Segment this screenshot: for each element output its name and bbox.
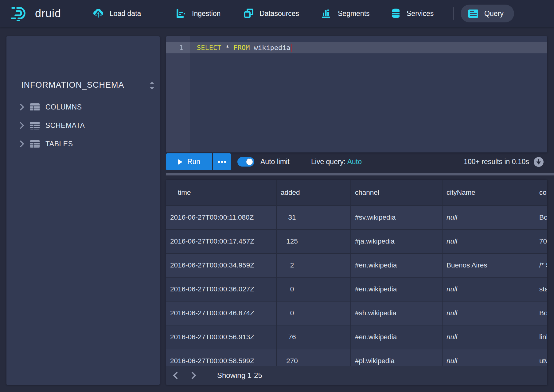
druid-console: druid Load data <box>0 0 554 392</box>
run-button-label: Run <box>187 158 200 166</box>
table-cell: 2016-06-27T00:00:56.913Z <box>166 325 276 349</box>
table-header-row: __time added channel cityName comment <box>166 180 547 205</box>
table-row: 2016-06-27T00:00:11.080Z31#sv.wikipedian… <box>166 205 547 229</box>
editor-gutter <box>166 36 190 152</box>
table-cell: 125 <box>276 230 350 253</box>
nav-item-label: Query <box>484 10 504 18</box>
table-cell: null <box>442 278 535 301</box>
live-query-label: Live query: <box>311 158 346 166</box>
run-button[interactable]: Run <box>166 153 212 170</box>
table-cell: /* S <box>535 254 547 277</box>
druid-logo[interactable]: druid <box>10 0 61 27</box>
table-cell: 2 <box>276 254 350 277</box>
column-header[interactable]: channel <box>350 180 442 205</box>
table-cell: link <box>535 325 547 349</box>
table-cell: #en.wikipedia <box>350 325 442 349</box>
table-cell: 31 <box>276 206 350 229</box>
play-icon <box>178 159 182 165</box>
text-cursor <box>291 44 292 52</box>
table-cell: Buenos Aires <box>442 254 535 277</box>
table-cell: Bot <box>535 302 547 325</box>
live-query-control: Live query: Auto <box>311 153 362 170</box>
nav-item-load-data[interactable]: Load data <box>93 0 141 27</box>
table-cell: 2016-06-27T00:00:34.959Z <box>166 254 276 277</box>
sql-editor[interactable]: 1 SELECT * FROM wikipedia <box>166 36 547 152</box>
auto-limit-label: Auto limit <box>260 153 290 170</box>
ingestion-chart-icon <box>176 9 186 18</box>
sql-keyword: FROM <box>233 44 254 52</box>
nav-item-datasources[interactable]: Datasources <box>244 0 299 27</box>
table-row: 2016-06-27T00:00:34.959Z2#en.wikipediaBu… <box>166 253 547 277</box>
results-summary: 100+ results in 0.10s <box>464 153 529 170</box>
nav-item-segments[interactable]: Segments <box>322 0 370 27</box>
table-row: 2016-06-27T00:00:56.913Z76#en.wikipedian… <box>166 325 547 349</box>
nav-divider <box>453 7 454 20</box>
top-nav: druid Load data <box>0 0 554 27</box>
chevron-right-icon <box>20 104 24 110</box>
column-header[interactable]: added <box>276 180 350 205</box>
results-panel: __time added channel cityName comment 20… <box>166 180 547 385</box>
druid-logo-icon <box>10 6 31 21</box>
tree-item-tables[interactable]: TABLES <box>15 136 153 152</box>
table-row: 2016-06-27T00:00:58.599Z270#pl.wikipedia… <box>166 349 547 366</box>
tree-item-columns[interactable]: COLUMNS <box>15 99 153 115</box>
tree-item-label: TABLES <box>45 140 73 148</box>
table-cell: sta <box>535 278 547 301</box>
nav-item-label: Ingestion <box>192 10 220 18</box>
sql-keyword: SELECT <box>197 44 225 52</box>
table-cell: 270 <box>276 349 350 366</box>
sql-query-text: SELECT * FROM wikipedia <box>197 42 292 53</box>
nav-divider <box>78 7 78 20</box>
brand-name: druid <box>35 7 61 20</box>
table-cell: 2016-06-27T00:00:58.599Z <box>166 349 276 366</box>
schema-sidebar: INFORMATION_SCHEMA COLUMNS <box>6 36 160 385</box>
tree-item-schemata[interactable]: SCHEMATA <box>15 118 153 133</box>
live-query-value[interactable]: Auto <box>347 158 362 166</box>
table-cell: 2016-06-27T00:00:11.080Z <box>166 206 276 229</box>
table-cell: null <box>442 230 535 253</box>
next-page-button[interactable] <box>187 369 201 382</box>
table-body: __time added channel cityName comment 20… <box>166 180 547 366</box>
table-cell: #sh.wikipedia <box>350 302 442 325</box>
table-rows: 2016-06-27T00:00:11.080Z31#sv.wikipedian… <box>166 205 547 366</box>
line-number: 1 <box>166 42 183 53</box>
column-header[interactable]: __time <box>166 180 276 205</box>
table-cell: null <box>442 349 535 366</box>
query-console-icon <box>468 10 478 18</box>
table-grid-icon <box>30 103 40 111</box>
horizontal-scrollbar[interactable] <box>166 173 554 175</box>
table-cell: #pl.wikipedia <box>350 349 442 366</box>
nav-item-query[interactable]: Query <box>461 5 514 22</box>
datasources-layers-icon <box>244 9 253 18</box>
column-header[interactable]: comment <box>535 180 547 205</box>
more-dots-icon <box>218 161 226 163</box>
segments-barchart-icon <box>322 9 332 18</box>
table-grid-icon <box>30 122 40 129</box>
sql-operator: * <box>225 44 234 52</box>
nav-item-label: Load data <box>110 10 141 18</box>
tree-item-label: COLUMNS <box>45 103 82 111</box>
table-row: 2016-06-27T00:00:36.027Z0#en.wikipedianu… <box>166 277 547 301</box>
table-cell: #en.wikipedia <box>350 254 442 277</box>
chevron-right-icon <box>20 140 24 147</box>
run-more-button[interactable] <box>213 153 231 170</box>
prev-page-button[interactable] <box>169 369 182 382</box>
upload-cloud-icon <box>93 8 103 19</box>
schema-title: INFORMATION_SCHEMA <box>21 80 124 90</box>
download-results-icon[interactable] <box>533 157 544 167</box>
showing-range-label: Showing 1-25 <box>217 371 262 380</box>
table-row: 2016-06-27T00:00:46.874Z0#sh.wikipedianu… <box>166 301 547 325</box>
table-cell: utw <box>535 349 547 366</box>
toggle-knob <box>245 157 254 166</box>
nav-item-ingestion[interactable]: Ingestion <box>176 0 220 27</box>
table-cell: 76 <box>276 325 350 349</box>
nav-item-label: Segments <box>338 10 370 18</box>
table-cell: 2016-06-27T00:00:17.457Z <box>166 230 276 253</box>
table-grid-icon <box>30 140 40 148</box>
sort-icon[interactable] <box>148 81 156 90</box>
column-header[interactable]: cityName <box>442 180 535 205</box>
nav-item-services[interactable]: Services <box>391 0 434 27</box>
services-database-icon <box>391 8 400 19</box>
auto-limit-toggle[interactable] <box>237 157 254 167</box>
pagination-footer: Showing 1-25 <box>166 366 547 385</box>
